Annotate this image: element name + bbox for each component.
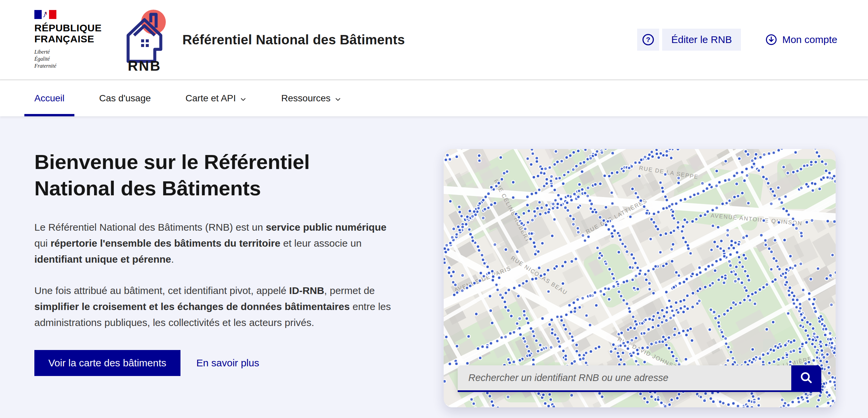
- map-search-bar: [458, 365, 821, 392]
- republique-francaise-logo[interactable]: RÉPUBLIQUE FRANÇAISE Liberté Égalité Fra…: [34, 10, 102, 69]
- nav-item-label: Accueil: [34, 93, 64, 104]
- site-title: Référentiel National des Bâtiments: [183, 32, 405, 47]
- help-button[interactable]: ?: [637, 29, 659, 51]
- rnb-logo-text: RNB: [128, 58, 161, 72]
- edit-rnb-button[interactable]: Éditer le RNB: [662, 29, 741, 51]
- hero-content: Bienvenue sur le Référentiel National de…: [34, 149, 415, 376]
- nav-item-carte-et-api[interactable]: Carte et API: [176, 81, 256, 116]
- page: RÉPUBLIQUE FRANÇAISE Liberté Égalité Fra…: [0, 0, 868, 418]
- rnb-house-icon: RNB: [122, 7, 166, 72]
- nav-item-ressources[interactable]: Ressources: [271, 81, 351, 116]
- map-search-button[interactable]: [791, 365, 821, 390]
- nav-item-label: Carte et API: [185, 93, 236, 104]
- account-circle-icon: [765, 33, 778, 46]
- nav-item-cas-d-usage[interactable]: Cas d'usage: [89, 81, 161, 116]
- question-mark-icon: ?: [642, 33, 655, 46]
- svg-text:?: ?: [646, 36, 651, 43]
- view-map-button[interactable]: Voir la carte des bâtiments: [34, 350, 181, 376]
- rnb-logo[interactable]: RNB: [122, 7, 166, 72]
- hero-heading: Bienvenue sur le Référentiel National de…: [34, 149, 415, 201]
- main-nav: AccueilCas d'usageCarte et APIRessources: [0, 81, 868, 116]
- header: RÉPUBLIQUE FRANÇAISE Liberté Égalité Fra…: [0, 0, 868, 81]
- nav-item-accueil[interactable]: Accueil: [24, 81, 74, 116]
- map-search-input[interactable]: [458, 365, 791, 390]
- nav-item-label: Ressources: [281, 93, 331, 104]
- motto-line: Égalité: [34, 55, 102, 62]
- nav-item-label: Cas d'usage: [99, 93, 151, 104]
- chevron-down-icon: [335, 96, 341, 103]
- account-label: Mon compte: [782, 34, 837, 45]
- french-flag-icon: [34, 10, 56, 19]
- republique-francaise-wordmark: RÉPUBLIQUE FRANÇAISE: [34, 22, 102, 44]
- republique-motto: Liberté Égalité Fraternité: [34, 48, 102, 69]
- hero-paragraph-1: Le Référentiel National des Bâtiments (R…: [34, 219, 395, 267]
- hero-section: Bienvenue sur le Référentiel National de…: [0, 116, 868, 418]
- motto-line: Liberté: [34, 48, 102, 55]
- wordmark-line-2: FRANÇAISE: [34, 33, 102, 44]
- search-icon: [799, 371, 814, 385]
- hero-paragraph-2: Une fois attribué au bâtiment, cet ident…: [34, 283, 395, 331]
- motto-line: Fraternité: [34, 62, 102, 69]
- hero-actions: Voir la carte des bâtiments En savoir pl…: [34, 350, 415, 376]
- map-card: RUE CÉLINE ROBERTRUE DE LA SEPPEAVENUE A…: [444, 149, 836, 407]
- header-actions: ? Éditer le RNB Mon compte: [637, 29, 837, 51]
- wordmark-line-1: RÉPUBLIQUE: [34, 22, 102, 33]
- learn-more-link[interactable]: En savoir plus: [196, 357, 259, 369]
- chevron-down-icon: [240, 96, 247, 103]
- account-button[interactable]: Mon compte: [765, 33, 837, 46]
